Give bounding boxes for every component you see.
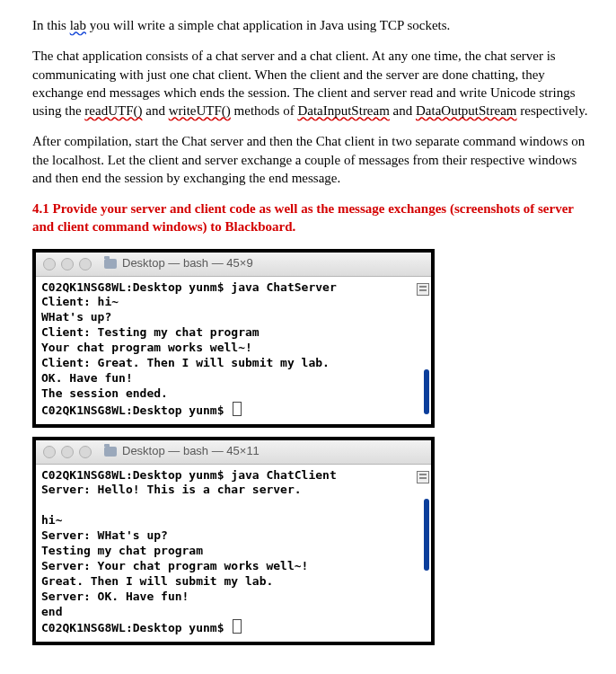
cursor-icon bbox=[233, 402, 242, 416]
intro-paragraph-1: In this lab you will write a simple chat… bbox=[32, 16, 589, 34]
spellcheck-word-datainputstream: DataInputStream bbox=[297, 103, 389, 118]
window-control-icon[interactable] bbox=[79, 258, 92, 270]
text: methods of bbox=[231, 103, 298, 118]
window-control-icon[interactable] bbox=[43, 446, 56, 458]
terminal-line: WHat's up? bbox=[41, 310, 111, 324]
terminal-line: Testing my chat program bbox=[41, 544, 203, 557]
text: and bbox=[142, 103, 168, 118]
scrollbar-thumb[interactable] bbox=[424, 369, 429, 414]
terminal-body[interactable]: C02QK1NSG8WL:Desktop yunm$ java ChatClie… bbox=[36, 465, 431, 643]
text: In this bbox=[32, 18, 70, 32]
terminal-window-client: Desktop — bash — 45×11 C02QK1NSG8WL:Desk… bbox=[32, 437, 435, 646]
terminal-line: Client: Great. Then I will submit my lab… bbox=[41, 356, 330, 369]
folder-icon bbox=[104, 259, 117, 269]
window-control-icon[interactable] bbox=[61, 258, 74, 270]
intro-paragraph-3: After compilation, start the Chat server… bbox=[32, 132, 589, 187]
terminal-title: Desktop — bash — 45×9 bbox=[122, 256, 253, 271]
window-control-icon[interactable] bbox=[61, 446, 74, 458]
terminal-line: Server: Hello! This is a char server. bbox=[41, 483, 302, 496]
terminal-line: C02QK1NSG8WL:Desktop yunm$ java ChatClie… bbox=[41, 468, 337, 482]
window-control-icon[interactable] bbox=[79, 446, 92, 458]
terminal-title: Desktop — bash — 45×11 bbox=[122, 444, 260, 459]
terminal-line: Server: Your chat program works well~! bbox=[41, 559, 308, 572]
text: respectively. bbox=[517, 103, 588, 118]
window-control-icon[interactable] bbox=[43, 258, 56, 270]
terminal-prompt: C02QK1NSG8WL:Desktop yunm$ bbox=[41, 404, 231, 417]
terminal-line: OK. Have fun! bbox=[41, 371, 133, 385]
spellcheck-word-readutf: readUTF() bbox=[84, 103, 142, 118]
cursor-icon bbox=[233, 619, 242, 634]
scroll-indicator-icon bbox=[417, 283, 429, 296]
text: you will write a simple chat application… bbox=[86, 18, 450, 32]
terminal-line: Server: OK. Have fun! bbox=[41, 590, 189, 603]
terminal-line: Server: WHat's up? bbox=[41, 528, 168, 542]
folder-icon bbox=[104, 447, 117, 457]
requirement-heading: 4.1 Provide your server and client code … bbox=[32, 200, 589, 236]
spellcheck-word-dataoutputstream: DataOutputStream bbox=[416, 103, 516, 118]
intro-paragraph-2: The chat application consists of a chat … bbox=[32, 47, 589, 120]
scrollbar-thumb[interactable] bbox=[424, 499, 429, 571]
terminal-line: Client: hi~ bbox=[41, 295, 119, 308]
terminal-line: Your chat program works well~! bbox=[41, 341, 252, 354]
spellcheck-word-writeutf: writeUTF() bbox=[169, 103, 231, 118]
terminal-body[interactable]: C02QK1NSG8WL:Desktop yunm$ java ChatServ… bbox=[36, 277, 431, 424]
terminal-line: The session ended. bbox=[41, 386, 168, 400]
terminal-titlebar: Desktop — bash — 45×11 bbox=[36, 440, 431, 465]
terminal-prompt: C02QK1NSG8WL:Desktop yunm$ bbox=[41, 621, 231, 634]
terminal-line: end bbox=[41, 605, 62, 618]
terminal-titlebar: Desktop — bash — 45×9 bbox=[36, 253, 431, 277]
terminal-line: C02QK1NSG8WL:Desktop yunm$ java ChatServ… bbox=[41, 280, 337, 294]
scroll-indicator-icon bbox=[417, 471, 429, 483]
terminal-window-server: Desktop — bash — 45×9 C02QK1NSG8WL:Deskt… bbox=[32, 249, 435, 428]
terminal-line: Client: Testing my chat program bbox=[41, 325, 260, 339]
terminal-line: Great. Then I will submit my lab. bbox=[41, 574, 273, 588]
terminal-line: hi~ bbox=[41, 513, 62, 527]
text: and bbox=[390, 103, 416, 118]
spellcheck-word-lab: lab bbox=[70, 18, 86, 32]
